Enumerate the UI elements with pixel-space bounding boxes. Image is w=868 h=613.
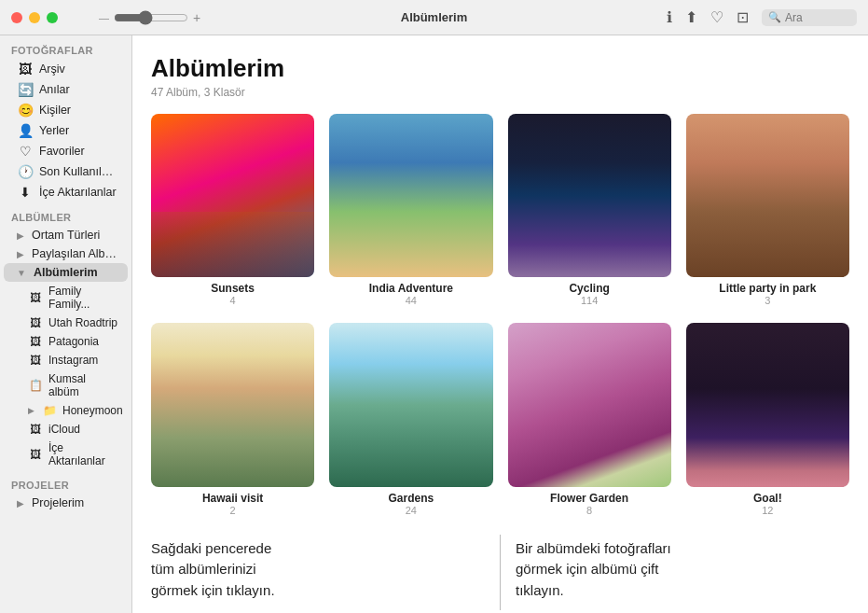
album-thumb-india	[329, 114, 492, 277]
sidebar-item-label: Projelerim	[32, 496, 84, 509]
expand-icon: ▶	[17, 249, 24, 259]
sidebar-item-label: Albümlerim	[34, 266, 98, 279]
album-grid: Sunsets 4 India Adventure 44 Cycling 114	[151, 114, 849, 516]
size-slider[interactable]	[114, 10, 188, 25]
album-name-flower: Flower Garden	[550, 492, 628, 505]
titlebar: — + Albümlerim ℹ ⬆ ♡ ⊡ 🔍	[0, 0, 868, 35]
album-item-flower[interactable]: Flower Garden 8	[508, 323, 671, 515]
album-name-hawaii: Hawaii visit	[202, 492, 263, 505]
album-name-gardens: Gardens	[389, 492, 434, 505]
sidebar-item-label: Ortam Türleri	[32, 229, 100, 242]
yerler-icon: 👤	[17, 123, 34, 138]
sidebar-item-label: Kişiler	[39, 104, 71, 117]
sidebar-sub-item-label: iCloud	[48, 423, 80, 436]
search-box[interactable]: 🔍	[762, 9, 857, 26]
album-item-sunsets[interactable]: Sunsets 4	[151, 114, 314, 306]
album-thumb-gardens	[329, 323, 492, 486]
sidebar-sub-item-family[interactable]: 🖼 Family Family...	[4, 282, 128, 313]
sidebar-section-fotolar: Fotoğraflar	[0, 35, 131, 59]
album-count-india: 44	[406, 295, 417, 306]
album-thumb-sunsets	[151, 114, 314, 277]
sidebar-item-arsiv[interactable]: 🖼 Arşiv	[4, 59, 128, 79]
sidebar-item-label: İçe Aktarılanlar	[39, 186, 117, 199]
search-input[interactable]	[785, 11, 850, 24]
sidebar-item-favoriler[interactable]: ♡ Favoriler	[4, 141, 128, 161]
patagonia-icon: 🖼	[28, 335, 43, 348]
album-count-gardens: 24	[406, 505, 417, 516]
album-count-sunsets: 4	[230, 295, 236, 306]
info-icon[interactable]: ℹ	[667, 8, 672, 26]
expand-icon: ▶	[17, 230, 24, 241]
sidebar-item-paylasilan[interactable]: ▶ Paylaşılan Albümler	[4, 244, 128, 263]
icloud-icon: 🖼	[28, 423, 43, 436]
favorite-icon[interactable]: ♡	[710, 8, 723, 26]
album-thumb-flower	[508, 323, 671, 486]
son-kullanilanlar-icon: 🕐	[17, 164, 34, 179]
sidebar-item-projelerim[interactable]: ▶ Projelerim	[4, 494, 128, 512]
share-icon[interactable]: ⬆	[685, 8, 697, 26]
titlebar-actions: ℹ ⬆ ♡ ⊡ 🔍	[667, 8, 857, 26]
main-layout: Fotoğraflar 🖼 Arşiv 🔄 Anılar 😊 Kişiler 👤…	[0, 35, 868, 613]
sidebar-item-albumlerim[interactable]: ▼ Albümlerim	[4, 263, 128, 282]
sidebar-sub-item-patagonia[interactable]: 🖼 Patagonia	[4, 332, 128, 351]
sidebar-sub-item-label: Instagram	[48, 354, 98, 367]
sidebar-item-son-kullanilanlar[interactable]: 🕐 Son Kullanılanlar	[4, 161, 128, 182]
sidebar-item-label: Son Kullanılanlar	[39, 165, 118, 178]
album-item-party[interactable]: Little party in park 3	[686, 114, 849, 306]
plus-icon: +	[193, 10, 200, 25]
sidebar-sub-item-ice-aktarilanlar[interactable]: 🖼 İçe Aktarılanlar	[4, 439, 128, 470]
sidebar-item-kisiler[interactable]: 😊 Kişiler	[4, 100, 128, 120]
anilar-icon: 🔄	[17, 82, 34, 97]
page-title: Albümlerim	[151, 54, 849, 83]
album-photo-cycling	[508, 114, 671, 277]
content-area: Albümlerim 47 Albüm, 3 Klasör Sunsets 4 …	[132, 35, 868, 613]
album-photo-sunsets	[151, 114, 314, 277]
sidebar-item-ortam-turleri[interactable]: ▶ Ortam Türleri	[4, 226, 128, 244]
sidebar-sub-item-kumsal[interactable]: 📋 Kumsal albüm	[4, 369, 128, 401]
album-thumb-hawaii	[151, 323, 314, 486]
album-photo-goal	[686, 323, 849, 486]
album-item-cycling[interactable]: Cycling 114	[508, 114, 671, 306]
sidebar-sub-item-instagram[interactable]: 🖼 Instagram	[4, 351, 128, 369]
album-item-hawaii[interactable]: Hawaii visit 2	[151, 323, 314, 515]
album-name-sunsets: Sunsets	[211, 282, 255, 295]
sidebar-item-label: Arşiv	[39, 63, 65, 76]
utah-icon: 🖼	[28, 316, 43, 329]
favoriler-icon: ♡	[17, 144, 34, 159]
album-count-goal: 12	[762, 505, 773, 516]
sidebar-item-label: Anılar	[39, 83, 70, 96]
minus-icon: —	[99, 12, 109, 23]
add-icon[interactable]: ⊡	[737, 8, 749, 26]
family-icon: 🖼	[28, 291, 43, 304]
sidebar-item-anilar[interactable]: 🔄 Anılar	[4, 79, 128, 100]
sidebar-sub-item-label: Family Family...	[48, 285, 118, 311]
window-controls	[11, 12, 58, 23]
sidebar-item-label: Paylaşılan Albümler	[32, 247, 118, 260]
album-name-goal: Goal!	[753, 492, 782, 505]
minimize-button[interactable]	[29, 12, 40, 23]
maximize-button[interactable]	[47, 12, 58, 23]
close-button[interactable]	[11, 12, 22, 23]
album-count-cycling: 114	[581, 295, 598, 306]
sidebar-item-ice-aktarilanlar2[interactable]: ⬇ İçe Aktarılanlar	[4, 182, 128, 202]
sidebar-sub-item-honeymoon[interactable]: ▶ 📁 Honeymoon	[4, 401, 128, 420]
album-item-goal[interactable]: Goal! 12	[686, 323, 849, 515]
album-item-india[interactable]: India Adventure 44	[329, 114, 492, 306]
sidebar-item-label: Yerler	[39, 124, 69, 137]
album-photo-gardens	[329, 323, 492, 486]
album-name-india: India Adventure	[369, 282, 453, 295]
sidebar-sub-item-label: Patagonia	[48, 335, 99, 348]
kumsal-icon: 📋	[28, 379, 43, 392]
search-icon: 🔍	[768, 11, 781, 23]
album-item-gardens[interactable]: Gardens 24	[329, 323, 492, 515]
sidebar-sub-item-label: Utah Roadtrip	[48, 316, 117, 329]
sidebar-sub-item-icloud[interactable]: 🖼 iCloud	[4, 420, 128, 439]
arsiv-icon: 🖼	[17, 62, 34, 77]
album-thumb-cycling	[508, 114, 671, 277]
album-photo-party	[686, 114, 849, 277]
content-subtitle: 47 Albüm, 3 Klasör	[151, 86, 849, 99]
sidebar-sub-item-utah[interactable]: 🖼 Utah Roadtrip	[4, 313, 128, 332]
album-photo-hawaii	[151, 323, 314, 486]
sidebar-item-yerler[interactable]: 👤 Yerler	[4, 120, 128, 141]
expand-icon: ▼	[17, 268, 26, 278]
